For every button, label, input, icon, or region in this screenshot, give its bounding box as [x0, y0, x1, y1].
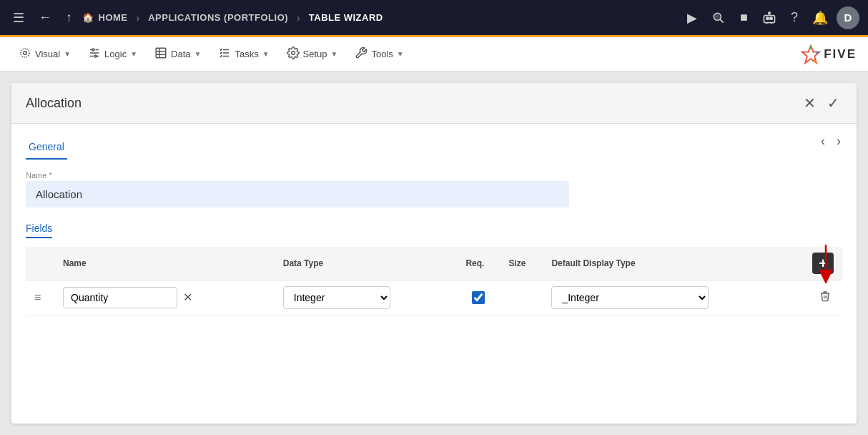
- svg-point-18: [291, 51, 295, 54]
- five-logo: FIVE: [801, 44, 857, 64]
- panel-title: Allocation: [26, 96, 801, 111]
- svg-point-2: [716, 14, 719, 18]
- hamburger-menu-icon[interactable]: ☰: [9, 6, 29, 30]
- name-input[interactable]: [26, 181, 569, 207]
- add-field-button[interactable]: +: [812, 253, 834, 274]
- display-type-cell: _Integer _String _Boolean _Float _Date: [543, 280, 799, 316]
- toolbar-tasks[interactable]: Tasks ▼: [211, 42, 276, 67]
- tab-general[interactable]: General: [26, 135, 67, 160]
- col-actions-header: +: [799, 247, 842, 280]
- breadcrumb-table-wizard[interactable]: TABLE WIZARD: [309, 12, 383, 23]
- notification-icon[interactable]: 🔔: [807, 6, 834, 30]
- visual-icon: [19, 47, 31, 62]
- svg-point-7: [24, 51, 27, 54]
- fields-section: Fields Name Data Type Req. Size Default …: [26, 222, 842, 316]
- setup-icon: [287, 47, 300, 62]
- logic-chevron: ▼: [130, 50, 137, 58]
- row-actions-cell: [799, 280, 842, 316]
- tools-chevron: ▼: [397, 50, 404, 58]
- drag-handle-cell: ≡: [26, 280, 54, 316]
- breadcrumb-home[interactable]: 🏠 HOME: [82, 12, 128, 23]
- name-field-label: Name *: [26, 171, 842, 180]
- robot-icon[interactable]: [756, 6, 782, 29]
- next-nav-button[interactable]: ›: [832, 132, 845, 150]
- svg-line-1: [720, 19, 724, 23]
- svg-point-4: [766, 17, 769, 19]
- drag-handle-icon[interactable]: ≡: [34, 291, 41, 303]
- setup-chevron: ▼: [331, 50, 338, 58]
- breadcrumb-arrow-1: ›: [137, 12, 140, 24]
- tab-bar: General: [26, 135, 842, 160]
- data-type-cell: Integer String Boolean Float Date DateTi…: [275, 280, 458, 316]
- play-icon[interactable]: ▶: [681, 6, 703, 30]
- col-name-header: Name: [54, 247, 275, 280]
- forward-button[interactable]: ↑: [61, 6, 77, 29]
- field-name-input[interactable]: [63, 287, 177, 308]
- toolbar-data[interactable]: Data ▼: [147, 42, 208, 67]
- visual-chevron: ▼: [64, 50, 71, 58]
- col-req-header: Req.: [457, 247, 500, 280]
- size-cell: [500, 280, 543, 316]
- user-avatar[interactable]: D: [837, 6, 859, 29]
- content-area: Allocation ✕ ✓ ‹ › General Name *: [0, 72, 868, 435]
- allocation-panel: Allocation ✕ ✓ ‹ › General Name *: [11, 83, 857, 424]
- toolbar-visual[interactable]: Visual ▼: [11, 42, 78, 67]
- five-logo-icon: [801, 44, 821, 64]
- close-button[interactable]: ✕: [801, 92, 819, 114]
- col-displaytype-header: Default Display Type: [543, 247, 799, 280]
- name-field-group: Name *: [26, 171, 842, 207]
- display-type-select[interactable]: _Integer _String _Boolean _Float _Date: [551, 286, 709, 309]
- col-datatype-header: Data Type: [275, 247, 458, 280]
- panel-body: ‹ › General Name * Fields Name: [11, 124, 857, 424]
- help-icon[interactable]: ?: [785, 6, 804, 29]
- clear-field-name-button[interactable]: ✕: [180, 289, 195, 306]
- fields-tab-label[interactable]: Fields: [26, 223, 52, 238]
- five-logo-text: FIVE: [824, 47, 857, 62]
- fields-table: Name Data Type Req. Size Default Display…: [26, 247, 842, 316]
- svg-point-5: [770, 17, 772, 19]
- body-navigation: ‹ ›: [817, 132, 845, 150]
- back-button[interactable]: ←: [34, 6, 56, 29]
- confirm-button[interactable]: ✓: [824, 92, 842, 114]
- panel-header-actions: ✕ ✓: [801, 92, 842, 114]
- svg-point-6: [769, 12, 771, 14]
- breadcrumb-arrow-2: ›: [297, 12, 300, 24]
- delete-field-button[interactable]: [817, 288, 834, 308]
- field-name-cell: ✕: [54, 280, 275, 316]
- data-chevron: ▼: [194, 50, 202, 58]
- logic-icon: [88, 47, 101, 62]
- tools-icon: [355, 47, 368, 62]
- prev-nav-button[interactable]: ‹: [817, 132, 829, 150]
- toolbar-logic[interactable]: Logic ▼: [81, 42, 144, 67]
- main-toolbar: Visual ▼ Logic ▼ Data ▼: [0, 37, 868, 72]
- table-row: ≡ ✕ Integer String Boolean: [26, 280, 842, 316]
- table-header-row: Name Data Type Req. Size Default Display…: [26, 247, 842, 280]
- svg-point-8: [21, 49, 29, 57]
- top-navigation: ☰ ← ↑ 🏠 HOME › APPLICATIONS (PORTFOLIO) …: [0, 0, 868, 37]
- col-drag: [26, 247, 54, 280]
- data-type-select[interactable]: Integer String Boolean Float Date DateTi…: [283, 286, 390, 309]
- tasks-icon: [218, 47, 231, 62]
- breadcrumb-applications[interactable]: APPLICATIONS (PORTFOLIO): [148, 12, 288, 23]
- search-icon[interactable]: [706, 6, 731, 29]
- required-checkbox[interactable]: [472, 291, 485, 304]
- required-cell: [457, 280, 500, 316]
- col-size-header: Size: [500, 247, 543, 280]
- toolbar-tools[interactable]: Tools ▼: [347, 42, 410, 67]
- tasks-chevron: ▼: [262, 50, 270, 58]
- data-icon: [154, 47, 167, 62]
- nav-actions: ▶ ■ ? 🔔 D: [681, 6, 859, 30]
- toolbar-setup[interactable]: Setup ▼: [280, 42, 345, 67]
- panel-header: Allocation ✕ ✓: [11, 83, 857, 124]
- svg-rect-11: [156, 48, 166, 58]
- home-icon: 🏠: [82, 12, 94, 23]
- stop-icon[interactable]: ■: [734, 6, 754, 29]
- svg-rect-3: [764, 15, 774, 22]
